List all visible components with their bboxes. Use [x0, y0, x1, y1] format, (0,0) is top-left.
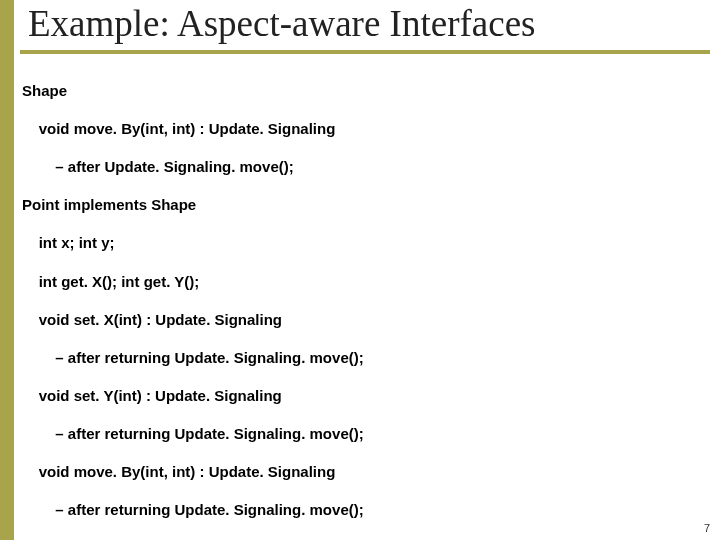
code-line: – after Update. Signaling. move(); — [22, 157, 712, 176]
code-line: int get. X(); int get. Y(); — [22, 272, 712, 291]
slide-title: Example: Aspect-aware Interfaces — [28, 2, 535, 45]
title-underline — [20, 50, 710, 54]
slide-accent-sidebar — [0, 0, 14, 540]
page-number: 7 — [704, 522, 710, 534]
code-line: – after returning Update. Signaling. mov… — [22, 424, 712, 443]
code-line: – after returning Update. Signaling. mov… — [22, 348, 712, 367]
code-line: int x; int y; — [22, 233, 712, 252]
code-line: void set. X(int) : Update. Signaling — [22, 310, 712, 329]
code-line: Shape — [22, 81, 712, 100]
code-line: – after returning Update. Signaling. mov… — [22, 500, 712, 519]
code-line: void set. Y(int) : Update. Signaling — [22, 386, 712, 405]
code-line: Point implements Shape — [22, 195, 712, 214]
code-line: void move. By(int, int) : Update. Signal… — [22, 119, 712, 138]
code-line: void move. By(int, int) : Update. Signal… — [22, 462, 712, 481]
code-listing: Shape void move. By(int, int) : Update. … — [22, 62, 712, 540]
